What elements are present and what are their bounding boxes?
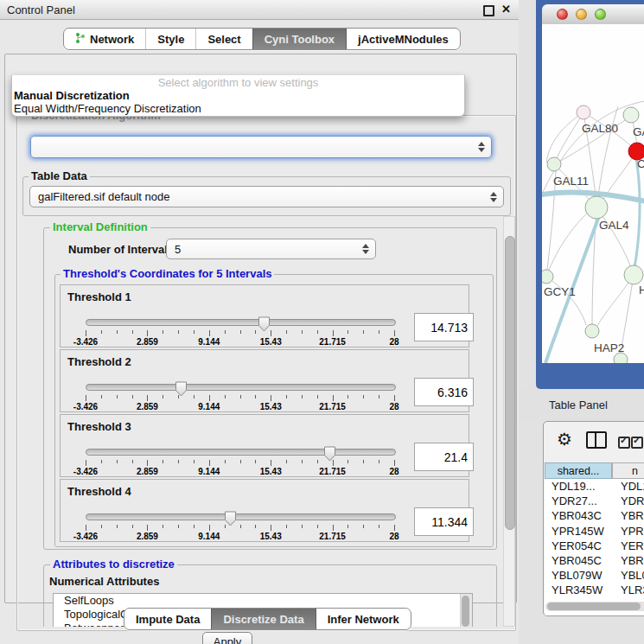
table-row[interactable]: YBL079WYBL0: [545, 568, 644, 583]
tick-mark: [255, 460, 256, 463]
control-panel-titlebar: Control Panel ✕: [0, 0, 519, 20]
table-row[interactable]: YBR043CYBR0: [545, 508, 644, 523]
settings-scroll-area: Interval Definition Number of Intervals …: [22, 216, 516, 627]
tick-mark: [302, 395, 303, 399]
list-item[interactable]: SelfLoops: [54, 594, 472, 608]
tick-mark: [379, 460, 379, 463]
cell-name: YLR3: [613, 583, 644, 597]
vertical-scrollbar[interactable]: [503, 216, 515, 627]
algorithm-option-equal-width-frequency-discretization[interactable]: Equal Width/Frequency Discretization: [14, 102, 201, 115]
scrollbar-thumb[interactable]: [547, 603, 641, 610]
network-window-titlebar: [542, 4, 644, 25]
tab-jactivemnodules[interactable]: jActiveMNodules: [346, 29, 460, 49]
split-view-icon[interactable]: [586, 431, 607, 449]
tick-mark: [363, 330, 364, 334]
tab-label: Network: [90, 33, 134, 46]
slider-handle[interactable]: [323, 446, 336, 465]
tab-network[interactable]: Network: [64, 29, 145, 49]
zoom-traffic-light-icon[interactable]: [595, 9, 606, 20]
column-header-shared-[interactable]: shared...: [545, 462, 612, 479]
control-panel-window: Control Panel ✕ NetworkStyleSelectCyni T…: [0, 0, 519, 644]
node-label: H: [639, 284, 644, 296]
close-traffic-light-icon[interactable]: [557, 9, 568, 20]
tick-mark: [117, 525, 118, 528]
threshold-value-input[interactable]: [414, 378, 474, 406]
horizontal-scrollbar[interactable]: [545, 602, 644, 611]
tab-label: Select: [207, 33, 240, 46]
hap2-node[interactable]: [585, 324, 599, 338]
close-icon[interactable]: ✕: [501, 3, 511, 16]
top-right-node[interactable]: [623, 107, 639, 123]
tick-mark: [379, 395, 379, 399]
cell-shared-name: YBR043C: [545, 508, 613, 523]
table-row[interactable]: YER054CYER0: [545, 539, 644, 553]
tick-mark: [394, 525, 395, 531]
threshold-label: Threshold 4: [67, 485, 131, 498]
tick-mark: [286, 330, 287, 334]
tick-mark: [271, 525, 271, 531]
tab-select[interactable]: Select: [195, 29, 252, 49]
algorithm-option-manual-discretization[interactable]: Manual Discretization: [14, 89, 130, 102]
network-canvas[interactable]: GAL80GACGAL11GAL4GCY1HHAP2: [542, 24, 644, 363]
float-window-icon[interactable]: [483, 5, 494, 16]
scrollbar-thumb[interactable]: [505, 236, 515, 530]
gal4-node[interactable]: [585, 196, 608, 219]
tab-cyni-toolbox[interactable]: Cyni Toolbox: [252, 29, 346, 49]
h-node[interactable]: [624, 265, 643, 284]
scrollbar-thumb[interactable]: [462, 596, 469, 627]
tick-mark: [333, 525, 334, 531]
checkbox-checked-icon[interactable]: [631, 437, 643, 449]
panel-title: Control Panel: [7, 3, 75, 16]
tab-infer-network[interactable]: Infer Network: [316, 609, 411, 629]
gal80-node[interactable]: [577, 105, 590, 119]
tick-mark: [255, 395, 256, 399]
tick-mark: [317, 460, 318, 463]
slider-track[interactable]: [86, 449, 396, 456]
table-data-combobox[interactable]: galFiltered.sif default node: [29, 186, 504, 207]
tick-mark: [394, 395, 395, 401]
cell-name: YBR0: [613, 553, 644, 568]
slider-handle[interactable]: [175, 381, 188, 400]
tab-discretize-data[interactable]: Discretize Data: [211, 609, 315, 629]
slider-handle[interactable]: [224, 511, 237, 530]
tick-mark: [163, 395, 163, 399]
table-row[interactable]: YPR145WYPR1: [545, 524, 644, 539]
table-row[interactable]: YDL19...YDL1: [545, 479, 644, 494]
slider-track[interactable]: [86, 319, 396, 326]
threshold-value-input[interactable]: [414, 443, 474, 471]
apply-button[interactable]: Apply: [202, 632, 252, 644]
table-row[interactable]: YBR045CYBR0: [545, 553, 644, 568]
threshold-value-input[interactable]: [414, 313, 474, 341]
tick-mark: [117, 460, 118, 463]
slider-track[interactable]: [86, 513, 396, 520]
network-edge: [556, 112, 583, 161]
algorithm-combobox[interactable]: [30, 136, 492, 158]
tick-mark: [286, 460, 287, 463]
tick-mark: [209, 460, 210, 466]
number-of-intervals-combobox[interactable]: 5: [166, 239, 376, 259]
gal11-node[interactable]: [547, 157, 561, 171]
network-view-window: GAL80GACGAL11GAL4GCY1HHAP2: [536, 0, 644, 389]
axis-label: 9.144: [182, 402, 237, 411]
list-scrollbar[interactable]: [460, 594, 472, 627]
thresholds-list: Threshold 1-3.4262.8599.14415.4321.71528…: [60, 284, 469, 544]
tick-mark: [348, 525, 348, 528]
column-header-n[interactable]: n: [612, 462, 644, 479]
algorithm-dropdown-popup: Select algorithm to view settings Manual…: [11, 75, 465, 117]
axis-label: -3.426: [58, 402, 113, 411]
slider-track[interactable]: [86, 384, 396, 391]
minimize-traffic-light-icon[interactable]: [576, 9, 587, 20]
axis-label: 2.859: [119, 402, 175, 411]
gear-icon[interactable]: ⚙: [557, 428, 572, 450]
slider-handle[interactable]: [258, 316, 271, 335]
node-label: GAL80: [582, 122, 618, 135]
tab-impute-data[interactable]: Impute Data: [124, 609, 211, 629]
tab-style[interactable]: Style: [145, 29, 195, 49]
gcy1-node[interactable]: [542, 270, 553, 284]
table-row[interactable]: YDR27...YDR2: [545, 494, 644, 508]
checkbox-checked-icon[interactable]: [618, 437, 630, 449]
threshold-value-input[interactable]: [414, 507, 474, 536]
threshold-panel: Threshold 2-3.4262.8599.14415.4321.71528: [60, 349, 469, 412]
tick-mark: [132, 460, 133, 463]
table-row[interactable]: YLR345WYLR3: [545, 583, 644, 597]
